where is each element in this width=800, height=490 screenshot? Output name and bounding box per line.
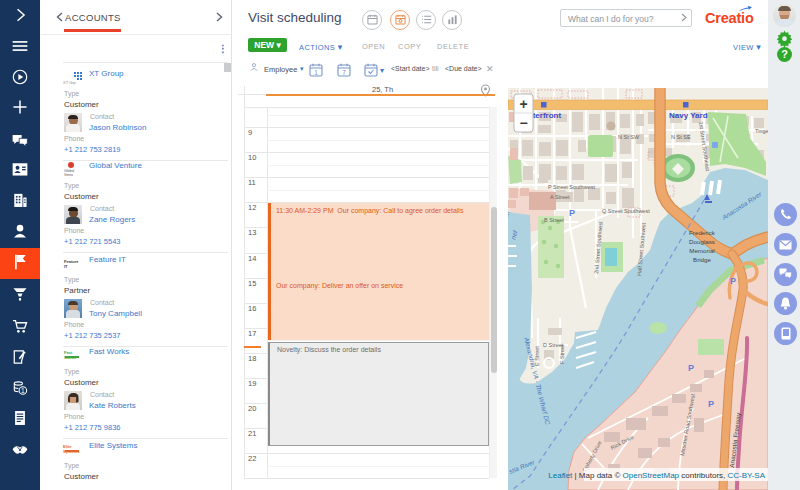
svg-text:Leaflet | Map data © OpenStree: Leaflet | Map data © OpenStreetMap contr…	[548, 471, 765, 480]
svg-text:B Street: B Street	[544, 217, 564, 223]
svg-text:N St SE: N St SE	[671, 134, 691, 140]
svg-text:P: P	[708, 399, 714, 409]
svg-text:Q Street Southwest: Q Street Southwest	[602, 208, 650, 214]
svg-text:F Street: F Street	[559, 344, 565, 364]
svg-text:A Street: A Street	[550, 194, 570, 200]
svg-text:1: 1	[21, 387, 25, 394]
svg-text:Bridge: Bridge	[693, 256, 711, 263]
svg-text:P: P	[730, 276, 736, 286]
svg-text:1: 1	[314, 69, 318, 76]
svg-text:7: 7	[342, 69, 346, 76]
svg-text:P: P	[569, 208, 575, 218]
svg-text:P: P	[688, 363, 694, 373]
svg-text:+: +	[519, 96, 527, 112]
svg-text:Memorial: Memorial	[689, 247, 714, 254]
svg-text:Navy Yard: Navy Yard	[669, 111, 708, 120]
svg-text:Tingey Str: Tingey Str	[755, 128, 768, 134]
svg-text:Frederick: Frederick	[689, 229, 716, 236]
svg-text:Douglass: Douglass	[689, 238, 715, 245]
svg-text:P Street Southwest: P Street Southwest	[548, 184, 595, 190]
svg-text:N St SW: N St SW	[618, 134, 640, 140]
svg-text:−: −	[519, 115, 527, 131]
